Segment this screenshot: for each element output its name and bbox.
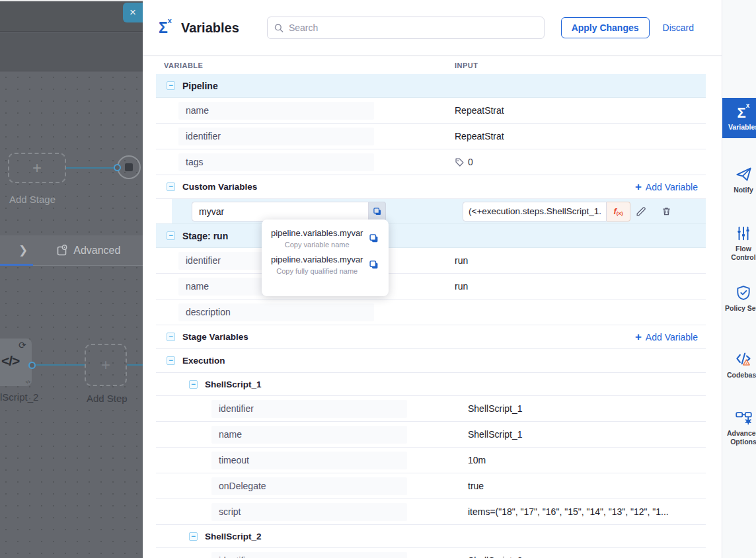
section-row-stage-variables[interactable]: Stage Variables + Add Variable (156, 325, 706, 349)
collapse-icon[interactable] (189, 380, 198, 389)
add-stage-node[interactable]: + (8, 153, 66, 183)
section-label: Pipeline (182, 81, 218, 91)
expression-input-group: f(x) (463, 202, 630, 221)
copy-variable-button[interactable] (369, 202, 386, 221)
copy-variable-name-item[interactable]: pipeline.variables.myvar Copy variable n… (271, 228, 379, 249)
edit-variable-button[interactable] (633, 204, 649, 219)
variable-path: pipeline.variables.myvar (271, 255, 363, 264)
canvas-grid (0, 71, 143, 558)
panel-header: Σx Variables Apply Changes Discard (143, 0, 722, 56)
sidebar-item-advanced-options[interactable]: Advanced Options (722, 409, 756, 446)
custom-variable-row: f(x) (156, 199, 706, 224)
sidebar-item-label: Flow Control (722, 245, 756, 262)
step-node-shellscript2[interactable]: ⟳ </> ‹/› (0, 339, 32, 386)
add-variable-label: Add Variable (646, 332, 698, 342)
fx-sub-label: (x) (617, 210, 623, 216)
variable-value: true (468, 481, 484, 491)
copy-caption: Copy fully qualified name (271, 267, 363, 275)
collapse-icon[interactable] (167, 182, 175, 191)
add-variable-button[interactable]: + Add Variable (635, 331, 698, 344)
collapse-icon[interactable] (167, 333, 175, 341)
paper-plane-icon (735, 165, 753, 183)
collapse-icon[interactable] (167, 81, 175, 90)
table-row: identifier ShellScript_1 (156, 396, 706, 422)
table-row: identifier RepeatStrat (156, 124, 706, 149)
add-step-label: Add Step (87, 393, 128, 404)
tab-advanced[interactable]: Advanced (57, 245, 120, 257)
delete-variable-button[interactable] (658, 204, 674, 219)
advanced-tab-label: Advanced (73, 245, 120, 257)
section-row-stage-run[interactable]: Stage: run (156, 224, 706, 248)
variable-name-input[interactable] (192, 202, 369, 221)
plus-icon: + (101, 356, 110, 374)
plus-icon: + (635, 180, 642, 194)
variable-value-input[interactable] (463, 202, 607, 221)
section-row-custom-variables[interactable]: Custom Variables + Add Variable (156, 175, 706, 199)
close-icon: × (130, 6, 136, 19)
section-label: Stage Variables (182, 332, 248, 342)
section-row-execution[interactable]: Execution (156, 349, 706, 373)
sidebar-item-policy-sets[interactable]: Policy Sets (722, 284, 756, 313)
variable-path: pipeline.variables.myvar (271, 228, 363, 238)
variable-name-cell: name (211, 426, 407, 444)
variable-name-cell: identifier (211, 400, 407, 418)
copy-variable-popover: pipeline.variables.myvar Copy variable n… (262, 219, 389, 296)
collapse-icon[interactable] (167, 356, 175, 365)
shell-script-icon: </> (1, 353, 19, 369)
search-input[interactable] (289, 22, 537, 33)
variable-value: RepeatStrat (455, 105, 504, 116)
tags-count: 0 (468, 157, 473, 167)
expression-fx-button[interactable]: f(x) (607, 202, 630, 221)
add-step-node[interactable]: + (85, 344, 127, 386)
sidebar-item-variables[interactable]: Σx Variables (722, 98, 756, 138)
table-row: script items=("18", "17", "16", "15", "1… (156, 499, 706, 525)
variable-name-cell: name (178, 102, 374, 120)
copy-fqn-item[interactable]: pipeline.variables.myvar Copy fully qual… (271, 255, 379, 275)
tags-value: 0 (455, 157, 473, 167)
sidebar-item-label: Variables (728, 123, 756, 132)
close-panel-button[interactable]: × (123, 3, 143, 22)
table-header: VARIABLE INPUT (156, 57, 706, 74)
stop-icon (125, 163, 133, 171)
collapse-icon[interactable] (167, 231, 175, 240)
subsection-row-shellscript1[interactable]: ShellScript_1 (156, 373, 706, 396)
advanced-options-icon (735, 409, 753, 426)
section-label: ShellScript_1 (205, 379, 262, 389)
chevron-right-icon[interactable]: ❯ (19, 243, 28, 257)
search-icon (274, 23, 284, 33)
sidebar-item-notify[interactable]: Notify (722, 165, 756, 194)
table-row: identifier ShellScript_2 (156, 548, 706, 558)
add-variable-button[interactable]: + Add Variable (635, 180, 698, 194)
sidebar-item-codebase[interactable]: Codebase (722, 350, 756, 379)
sidebar-item-flow-control[interactable]: Flow Control (722, 225, 756, 262)
table-row: tags 0 (156, 149, 706, 175)
sidebar-item-label: Policy Sets (725, 304, 756, 313)
section-label: Custom Variables (182, 182, 257, 192)
copy-icon[interactable] (369, 259, 379, 270)
plus-icon: + (32, 159, 42, 177)
step-node-port[interactable] (28, 362, 36, 369)
table-row: name run (156, 274, 706, 299)
subsection-row-shellscript2[interactable]: ShellScript_2 (156, 525, 706, 548)
variable-value: RepeatStrat (455, 131, 504, 141)
variable-name-cell: timeout (211, 452, 407, 469)
section-row-pipeline[interactable]: Pipeline (156, 74, 706, 98)
variables-table: VARIABLE INPUT Pipeline name RepeatStrat… (156, 57, 706, 558)
copy-icon[interactable] (369, 233, 379, 244)
stage-bottom-tabbar: ❯ Advanced (0, 235, 143, 266)
step-connector-line-2 (127, 364, 143, 366)
collapse-icon[interactable] (189, 532, 198, 541)
table-row: onDelegate true (156, 473, 706, 499)
search-box[interactable] (267, 17, 545, 39)
variables-panel: Σx Variables Apply Changes Discard VARIA… (143, 0, 722, 558)
mini-code-icon: ‹/› (25, 379, 30, 385)
apply-changes-button[interactable]: Apply Changes (561, 17, 650, 38)
trash-icon (661, 206, 672, 217)
discard-button[interactable]: Discard (663, 22, 694, 33)
tag-icon (455, 157, 465, 167)
table-row: name RepeatStrat (156, 98, 706, 124)
col-variable: VARIABLE (164, 61, 203, 69)
table-row: name ShellScript_1 (156, 422, 706, 448)
pencil-icon (635, 206, 647, 218)
table-row: identifier run (156, 248, 706, 274)
